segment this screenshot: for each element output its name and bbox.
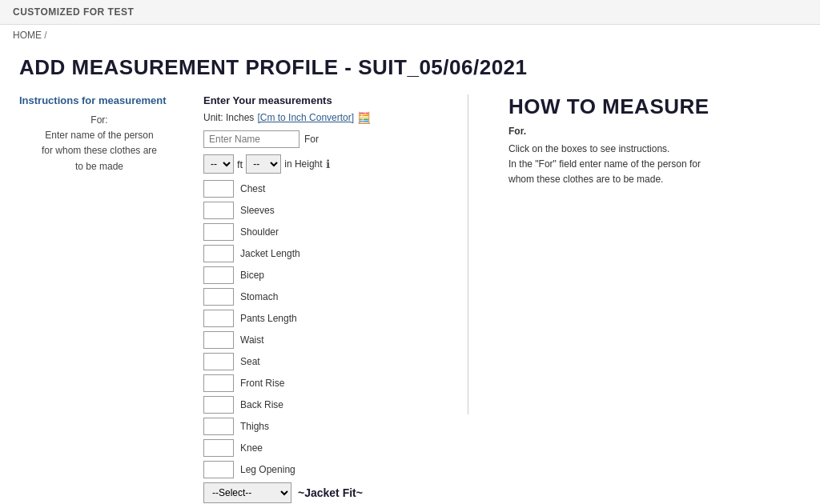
jacket-fit-row: --Select-- Slim Regular Loose ~Jacket Fi… <box>203 482 444 503</box>
measurement-label-jacket-length: Jacket Length <box>240 248 300 259</box>
measurement-label-stomach: Stomach <box>240 291 278 302</box>
main-layout: Instructions for measurement For: Enter … <box>19 94 801 504</box>
page-title: ADD MEASUREMENT PROFILE - SUIT_05/06/202… <box>19 55 801 80</box>
jacket-fit-label: ~Jacket Fit~ <box>298 486 363 499</box>
measurement-label-seat: Seat <box>240 356 260 367</box>
how-to-body: Click on the boxes to see instructions. … <box>508 142 801 188</box>
for-name-input[interactable] <box>203 130 299 148</box>
center-panel: Enter Your measurements Unit: Inches [Cm… <box>203 94 444 504</box>
how-to-line3: whom these clothes are to be made. <box>508 172 801 187</box>
instructions-line1: For: <box>19 113 179 128</box>
breadcrumb-separator: / <box>44 30 46 41</box>
measurement-input-seat[interactable] <box>203 353 234 370</box>
calculator-icon: 🧮 <box>357 111 371 124</box>
measurement-row: Bicep <box>203 266 444 284</box>
breadcrumb-home[interactable]: HOME <box>13 30 42 41</box>
measurement-row: Stomach <box>203 288 444 306</box>
height-info-icon[interactable]: ℹ <box>326 158 330 170</box>
vertical-divider <box>468 94 468 414</box>
measurement-label-leg-opening: Leg Opening <box>240 464 295 475</box>
cm-convertor-link[interactable]: [Cm to Inch Convertor] <box>257 112 354 123</box>
measurement-row: Leg Opening <box>203 461 444 478</box>
measurement-input-pants-length[interactable] <box>203 310 234 327</box>
measurement-row: Jacket Length <box>203 245 444 262</box>
instructions-body: For: Enter name of the person for whom t… <box>19 113 179 174</box>
how-to-line2: In the "For" field enter name of the per… <box>508 157 801 172</box>
unit-label: Unit: Inches <box>203 112 254 123</box>
for-row: For <box>203 130 444 148</box>
jacket-fit-select[interactable]: --Select-- Slim Regular Loose <box>203 482 291 503</box>
measurements-container: ChestSleevesShoulderJacket LengthBicepSt… <box>203 180 444 478</box>
measurement-input-back-rise[interactable] <box>203 396 234 414</box>
instructions-line4: to be made <box>19 159 179 174</box>
measurement-label-waist: Waist <box>240 334 264 346</box>
instructions-line3: for whom these clothes are <box>19 143 179 158</box>
measurement-row: Shoulder <box>203 223 444 241</box>
measurement-label-chest: Chest <box>240 183 265 194</box>
measurement-row: Sleeves <box>203 202 444 219</box>
breadcrumb: HOME / <box>0 25 820 46</box>
height-ft-select[interactable]: -- 3 4 5 6 7 <box>203 154 234 174</box>
measurement-input-stomach[interactable] <box>203 288 234 306</box>
page-content: ADD MEASUREMENT PROFILE - SUIT_05/06/202… <box>0 46 820 504</box>
measurement-input-front-rise[interactable] <box>203 374 234 392</box>
instructions-title: Instructions for measurement <box>19 94 179 106</box>
measurement-label-front-rise: Front Rise <box>240 378 284 389</box>
top-bar-label: CUSTOMIZED FOR TEST <box>13 6 134 18</box>
measurement-input-waist[interactable] <box>203 331 234 349</box>
height-in-select[interactable]: -- 0 1 2 3 4 5 6 7 8 9 10 11 <box>246 154 281 174</box>
how-to-title: HOW TO MEASURE <box>508 94 801 119</box>
for-label: For <box>304 134 319 145</box>
measurement-row: Thighs <box>203 418 444 435</box>
how-to-for: For. <box>508 126 801 137</box>
measurement-label-shoulder: Shoulder <box>240 226 279 238</box>
measurement-row: Waist <box>203 331 444 349</box>
measurement-row: Seat <box>203 353 444 370</box>
measurement-label-knee: Knee <box>240 442 263 454</box>
top-bar: CUSTOMIZED FOR TEST <box>0 0 820 25</box>
how-to-line1: Click on the boxes to see instructions. <box>508 142 801 157</box>
right-panel: HOW TO MEASURE For. Click on the boxes t… <box>492 94 801 188</box>
measurement-row: Chest <box>203 180 444 198</box>
measurement-input-sleeves[interactable] <box>203 202 234 219</box>
measurement-label-thighs: Thighs <box>240 421 269 432</box>
measurement-row: Back Rise <box>203 396 444 414</box>
measurement-input-jacket-length[interactable] <box>203 245 234 262</box>
measurement-row: Front Rise <box>203 374 444 392</box>
measurement-label-bicep: Bicep <box>240 270 264 281</box>
measurement-input-thighs[interactable] <box>203 418 234 435</box>
measurement-input-leg-opening[interactable] <box>203 461 234 478</box>
measurement-input-bicep[interactable] <box>203 266 234 284</box>
instructions-line2: Enter name of the person <box>19 128 179 143</box>
ft-label: ft <box>237 158 243 170</box>
in-height-label: in Height <box>284 158 322 170</box>
measurement-input-shoulder[interactable] <box>203 223 234 241</box>
measurement-input-knee[interactable] <box>203 439 234 457</box>
left-panel: Instructions for measurement For: Enter … <box>19 94 179 174</box>
measurement-label-back-rise: Back Rise <box>240 399 283 410</box>
unit-line: Unit: Inches [Cm to Inch Convertor] 🧮 <box>203 111 444 124</box>
measurement-row: Knee <box>203 439 444 457</box>
height-row: -- 3 4 5 6 7 ft -- 0 1 2 3 4 5 6 7 <box>203 154 444 174</box>
section-title: Enter Your measurements <box>203 94 444 106</box>
measurement-input-chest[interactable] <box>203 180 234 198</box>
measurement-label-sleeves: Sleeves <box>240 205 275 216</box>
measurement-label-pants-length: Pants Length <box>240 313 297 324</box>
measurement-row: Pants Length <box>203 310 444 327</box>
